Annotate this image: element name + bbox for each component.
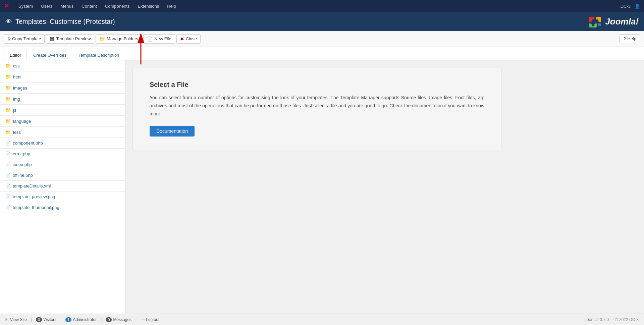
folder-js[interactable]: 📁 js [0,105,125,116]
create-overrides-tab[interactable]: Create Overrides [28,50,72,60]
file-error-php[interactable]: 📄 error.php [0,149,125,159]
manage-folders-label: Manage Folders [107,36,138,41]
help-button-wrapper: ? Help [620,34,640,43]
file-template-details-xml[interactable]: 📄 templateDetails.xml [0,181,125,192]
sep1: | [31,317,32,322]
dc3-label[interactable]: DC-3 [621,4,631,9]
folder-img-label: img [13,97,20,102]
content-area: Select a File You can select from a numb… [126,60,644,314]
sep4: | [136,317,137,322]
select-file-title: Select a File [150,81,484,89]
file-index-php[interactable]: 📄 index.php [0,159,125,170]
header-bar: 👁 Templates: Customise (Protostar) Jooml… [0,12,644,31]
messages-item[interactable]: 0 Messages [106,317,131,322]
folder-icon-less: 📁 [5,129,11,135]
file-template-thumbnail-png[interactable]: 📄 template_thumbnail.png [0,202,125,213]
toolbar-buttons: ⎘ Copy Template 🖼 Template Preview 📁 Man… [4,34,201,44]
folder-language[interactable]: 📁 language [0,116,125,127]
folder-img[interactable]: 📁 img [0,94,125,105]
folder-icon-css: 📁 [5,63,11,68]
help-button[interactable]: ? Help [620,34,640,43]
nav-users[interactable]: Users [40,1,54,11]
help-icon: ? [623,36,626,41]
file-template-preview-png[interactable]: 📄 template_preview.png [0,192,125,202]
close-button[interactable]: ✖ Close [176,34,201,44]
messages-badge: 0 [106,317,112,322]
folder-icon-language: 📁 [5,118,11,124]
copy-icon: ⎘ [8,36,10,42]
tabs-bar: Editor Create Overrides Template Descrip… [0,47,644,60]
file-icon-error: 📄 [5,151,11,156]
sidebar: 📁 css 📁 html 📁 images 📁 img 📁 js 📁 langu… [0,60,126,314]
joomla-logo-svg [588,15,604,28]
nav-content[interactable]: Content [80,1,98,11]
folder-html-label: html [13,74,21,79]
nav-extensions[interactable]: Extensions [137,1,161,11]
template-preview-label: Template Preview [56,36,91,41]
folder-icon-js: 📁 [5,107,11,113]
logout-icon: — [141,317,145,322]
file-icon-offline: 📄 [5,173,11,178]
new-file-button[interactable]: 📄 New File [143,34,175,44]
visitors-item[interactable]: 0 Visitors [36,317,56,322]
top-nav-left: ✕ System Users Menus Content Components … [4,1,177,11]
file-index-php-label: index.php [13,162,32,167]
template-preview-button[interactable]: 🖼 Template Preview [46,34,94,44]
template-description-tab[interactable]: Template Description [73,50,125,60]
joomla-text: Joomla! [605,16,639,27]
admin-label: Administrator [73,317,97,322]
user-icon[interactable]: 👤 [635,4,640,9]
file-template-thumbnail-png-label: template_thumbnail.png [13,205,59,210]
editor-tab[interactable]: Editor [4,50,27,60]
joomla-logo-x[interactable]: ✕ [4,2,9,10]
view-site-item[interactable]: ⇱ View Site [5,317,27,322]
admin-badge: 1 [65,317,71,322]
close-label: Close [186,36,197,41]
file-icon-preview: 📄 [5,194,11,199]
folder-images[interactable]: 📁 images [0,83,125,94]
footer: ⇱ View Site | 0 Visitors | 1 Administrat… [0,314,644,325]
folder-js-label: js [13,108,16,113]
new-file-icon: 📄 [147,36,153,42]
folder-css[interactable]: 📁 css [0,60,125,71]
template-description-link[interactable]: Template Description [78,53,119,58]
file-icon-thumbnail: 📄 [5,205,11,210]
new-file-label: New File [154,36,171,41]
nav-system[interactable]: System [17,1,34,11]
folder-css-label: css [13,63,20,68]
nav-help[interactable]: Help [166,1,177,11]
help-label: Help [627,36,636,41]
joomla-logo: Joomla! [588,15,639,28]
file-offline-php[interactable]: 📄 offline.php [0,170,125,181]
view-site-label: View Site [10,317,27,322]
folder-less-label: less [13,130,21,135]
logout-item[interactable]: — Log out [141,317,159,322]
folder-html[interactable]: 📁 html [0,71,125,83]
sep2: | [60,317,61,322]
top-navigation: ✕ System Users Menus Content Components … [0,0,644,12]
copy-template-label: Copy Template [12,36,41,41]
close-icon: ✖ [180,36,184,42]
file-icon-index: 📄 [5,162,11,167]
file-icon-component: 📄 [5,141,11,146]
file-component-php[interactable]: 📄 component.php [0,138,125,149]
logout-label: Log out [146,317,159,322]
visitors-label: Visitors [43,317,56,322]
file-offline-php-label: offline.php [13,173,33,178]
nav-menus[interactable]: Menus [59,1,75,11]
view-site-icon: ⇱ [5,317,9,322]
folder-icon: 📁 [99,36,105,42]
documentation-button[interactable]: Documentation [150,126,195,137]
admin-item[interactable]: 1 Administrator [65,317,97,322]
nav-components[interactable]: Components [104,1,131,11]
page-title: 👁 Templates: Customise (Protostar) [5,18,115,25]
top-nav-right: DC-3 👤 [621,4,640,9]
copy-template-button[interactable]: ⎘ Copy Template [4,34,45,44]
main-content: 📁 css 📁 html 📁 images 📁 img 📁 js 📁 langu… [0,60,644,314]
toolbar: ⎘ Copy Template 🖼 Template Preview 📁 Man… [0,31,644,47]
folder-less[interactable]: 📁 less [0,127,125,138]
create-overrides-link[interactable]: Create Overrides [33,53,66,58]
footer-left: ⇱ View Site | 0 Visitors | 1 Administrat… [5,317,159,322]
manage-folders-button[interactable]: 📁 Manage Folders [96,34,142,44]
select-file-panel: Select a File You can select from a numb… [132,67,501,150]
